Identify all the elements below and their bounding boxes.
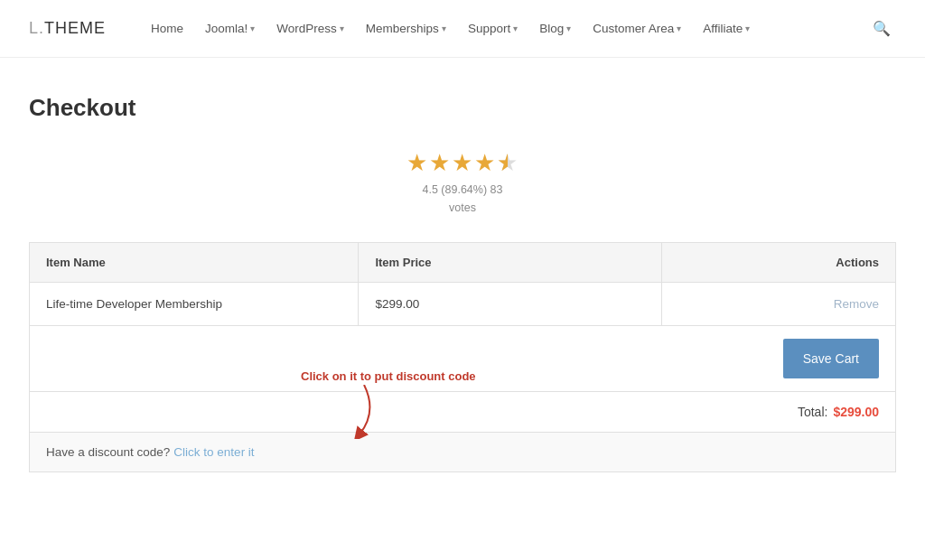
rating-score-value: 4.5 (89.64%) 83	[423, 183, 503, 196]
chevron-down-icon: ▾	[745, 23, 750, 33]
star-half: ★ ★	[497, 149, 518, 177]
nav-item-affiliate[interactable]: Affiliate ▾	[694, 16, 759, 41]
nav-item-wordpress[interactable]: WordPress ▾	[267, 16, 353, 41]
discount-label: Have a discount code?	[46, 445, 170, 459]
total-row: Total: $299.00	[29, 392, 896, 433]
logo-suffix: THEME	[44, 19, 106, 37]
main-content: Checkout ★ ★ ★ ★ ★ ★ 4.5 (89.64%) 83 vot…	[11, 58, 914, 527]
item-name: Life-time Developer Membership	[30, 283, 359, 326]
table-header-row: Item Name Item Price Actions	[30, 243, 896, 283]
nav-item-support[interactable]: Support ▾	[459, 16, 527, 41]
rating-block: ★ ★ ★ ★ ★ ★ 4.5 (89.64%) 83 votes	[29, 149, 896, 217]
star-4: ★	[474, 149, 495, 177]
chevron-down-icon: ▾	[442, 23, 446, 33]
star-3: ★	[452, 149, 472, 177]
search-icon[interactable]: 🔍	[867, 14, 896, 42]
nav-item-blog[interactable]: Blog ▾	[530, 16, 580, 41]
chevron-down-icon: ▾	[566, 23, 571, 33]
col-header-actions: Actions	[662, 243, 896, 283]
page-title: Checkout	[29, 94, 896, 122]
logo-prefix: L.	[29, 19, 44, 37]
star-rating: ★ ★ ★ ★ ★ ★	[406, 149, 518, 177]
rating-score: 4.5 (89.64%) 83 votes	[29, 181, 896, 217]
chevron-down-icon: ▾	[677, 23, 681, 33]
total-label: Total:	[798, 405, 827, 419]
save-cart-button[interactable]: Save Cart	[783, 339, 879, 378]
discount-row: Click on it to put discount code Have a …	[29, 433, 896, 472]
item-name-text: Life-time Developer Membership	[46, 297, 222, 311]
total-amount: $299.00	[833, 405, 879, 419]
save-cart-row: Save Cart	[29, 326, 896, 392]
nav-item-joomla![interactable]: Joomla! ▾	[196, 16, 264, 41]
chevron-down-icon: ▾	[340, 23, 344, 33]
col-header-item-price: Item Price	[359, 243, 662, 283]
star-1: ★	[406, 149, 427, 177]
chevron-down-icon: ▾	[513, 23, 518, 33]
col-header-item-name: Item Name	[30, 243, 359, 283]
star-2: ★	[429, 149, 450, 177]
item-actions: Remove	[662, 283, 896, 326]
nav-item-customer-area[interactable]: Customer Area ▾	[584, 16, 690, 41]
nav-item-memberships[interactable]: Memberships ▾	[357, 16, 455, 41]
table-row: Life-time Developer Membership $299.00 R…	[30, 283, 896, 326]
site-logo[interactable]: L.THEME	[29, 19, 106, 38]
chevron-down-icon: ▾	[250, 23, 255, 33]
navigation: L.THEME HomeJoomla! ▾WordPress ▾Membersh…	[0, 0, 925, 58]
discount-link[interactable]: Click to enter it	[173, 445, 254, 459]
nav-item-home[interactable]: Home	[142, 16, 192, 41]
cart-table: Item Name Item Price Actions Life-time D…	[29, 242, 896, 326]
nav-items: HomeJoomla! ▾WordPress ▾Memberships ▾Sup…	[142, 16, 867, 41]
item-price-value: $299.00	[375, 297, 419, 311]
rating-votes-label: votes	[449, 201, 476, 214]
item-price: $299.00	[359, 283, 662, 326]
remove-button[interactable]: Remove	[834, 297, 879, 311]
